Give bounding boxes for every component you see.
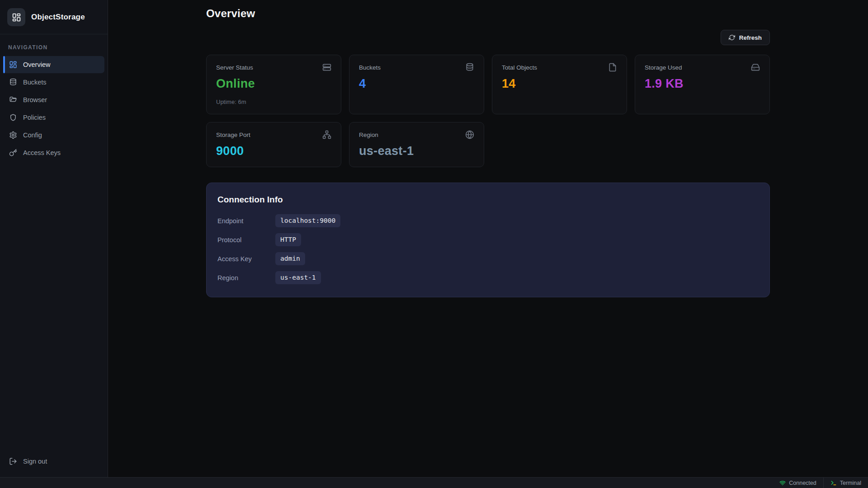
sidebar-item-access-keys[interactable]: Access Keys — [3, 144, 104, 161]
stat-card-storage-used: Storage Used 1.9 KB — [635, 55, 770, 114]
connection-info-title: Connection Info — [217, 195, 759, 205]
stat-card-storage-port: Storage Port 9000 — [206, 122, 341, 167]
status-bar: Connected Terminal — [0, 477, 868, 488]
sidebar-item-browser[interactable]: Browser — [3, 91, 104, 108]
gear-icon — [9, 131, 17, 139]
stat-label: Storage Port — [216, 130, 250, 138]
stats-grid-row2: Storage Port 9000 Region us-east-1 — [206, 122, 770, 167]
connection-row-access-key: Access Key admin — [217, 252, 759, 265]
connection-row-region: Region us-east-1 — [217, 271, 759, 284]
main-area: Overview Refresh Server Status — [108, 0, 868, 477]
connection-row-value: us-east-1 — [275, 271, 321, 284]
connection-row-value: admin — [275, 252, 305, 265]
sidebar-item-overview[interactable]: Overview — [3, 56, 104, 73]
connection-row-label: Endpoint — [217, 217, 275, 225]
stat-label: Buckets — [359, 63, 381, 71]
sidebar-nav: Overview Buckets Browser Policies — [0, 56, 108, 161]
layout-grid-icon — [12, 13, 21, 22]
terminal-toggle[interactable]: Terminal — [823, 478, 868, 488]
sidebar: ObjectStorage NAVIGATION Overview Bucket… — [0, 0, 108, 477]
wifi-icon — [779, 480, 786, 486]
stat-value: 9000 — [216, 144, 331, 158]
globe-icon — [465, 130, 474, 139]
sign-out-button[interactable]: Sign out — [0, 451, 108, 477]
database-icon — [465, 63, 474, 72]
key-icon — [9, 149, 17, 157]
app-window: ObjectStorage NAVIGATION Overview Bucket… — [0, 0, 868, 477]
sidebar-item-label: Access Keys — [23, 149, 61, 156]
connection-row-endpoint: Endpoint localhost:9000 — [217, 214, 759, 227]
connection-row-protocol: Protocol HTTP — [217, 233, 759, 246]
page-title: Overview — [206, 7, 770, 20]
terminal-label: Terminal — [840, 480, 861, 486]
stat-card-server-status: Server Status Online Uptime: 6m — [206, 55, 341, 114]
layout-grid-icon — [9, 61, 17, 69]
sidebar-item-buckets[interactable]: Buckets — [3, 74, 104, 91]
database-icon — [9, 78, 17, 86]
app-logo-row: ObjectStorage — [0, 0, 108, 34]
connection-row-value: localhost:9000 — [275, 214, 340, 227]
stat-label: Total Objects — [502, 63, 537, 71]
stat-value: 1.9 KB — [645, 77, 760, 91]
connection-row-label: Access Key — [217, 255, 275, 263]
sidebar-item-label: Buckets — [23, 79, 47, 86]
connection-row-label: Protocol — [217, 236, 275, 244]
sidebar-item-label: Browser — [23, 96, 47, 103]
stat-value: Online — [216, 77, 331, 91]
stat-label: Region — [359, 130, 378, 138]
sidebar-item-label: Config — [23, 131, 42, 139]
sign-out-icon — [9, 457, 17, 465]
nav-section-label: NAVIGATION — [0, 34, 108, 56]
network-icon — [322, 130, 331, 139]
sidebar-item-config[interactable]: Config — [3, 127, 104, 144]
stat-value: us-east-1 — [359, 144, 474, 158]
sidebar-item-label: Policies — [23, 114, 46, 121]
refresh-icon — [729, 34, 735, 41]
folder-open-icon — [9, 96, 17, 104]
stat-card-region: Region us-east-1 — [349, 122, 484, 167]
stats-grid-row1: Server Status Online Uptime: 6m Buckets — [206, 55, 770, 114]
server-icon — [322, 63, 331, 72]
connection-status: Connected — [773, 478, 823, 488]
refresh-label: Refresh — [739, 34, 762, 41]
stat-label: Storage Used — [645, 63, 682, 71]
hard-drive-icon — [751, 63, 760, 72]
stat-card-total-objects: Total Objects 14 — [492, 55, 627, 114]
refresh-button[interactable]: Refresh — [721, 30, 770, 45]
sign-out-label: Sign out — [23, 458, 47, 465]
stat-value: 14 — [502, 77, 617, 91]
stat-label: Server Status — [216, 63, 253, 71]
connection-row-label: Region — [217, 274, 275, 282]
stat-subtext: Uptime: 6m — [216, 99, 331, 105]
connection-row-value: HTTP — [275, 233, 301, 246]
sidebar-spacer — [0, 161, 108, 451]
app-logo — [7, 8, 25, 26]
terminal-icon — [830, 480, 837, 486]
sidebar-item-label: Overview — [23, 61, 50, 68]
connection-info-panel: Connection Info Endpoint localhost:9000 … — [206, 183, 770, 297]
app-title: ObjectStorage — [31, 13, 85, 22]
file-icon — [608, 63, 617, 72]
stat-value: 4 — [359, 77, 474, 91]
shield-icon — [9, 113, 17, 122]
stat-card-buckets: Buckets 4 — [349, 55, 484, 114]
connection-status-label: Connected — [789, 480, 816, 486]
toolbar: Refresh — [206, 30, 770, 45]
sidebar-item-policies[interactable]: Policies — [3, 109, 104, 126]
